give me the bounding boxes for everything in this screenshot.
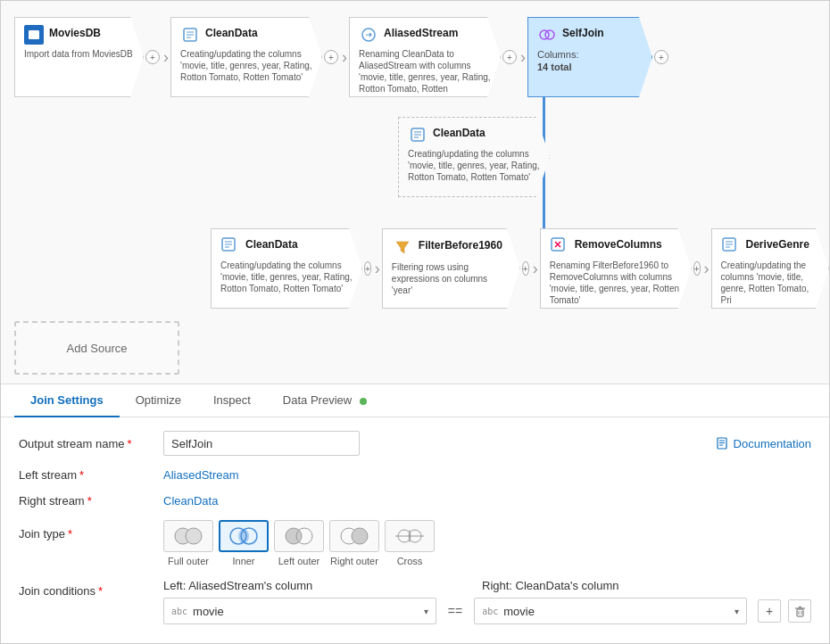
equals-sign: == (444, 604, 467, 618)
right-stream-value[interactable]: CleanData (163, 494, 218, 508)
right-column-header: Right: CleanData's column (482, 579, 751, 592)
output-stream-label: Output stream name * (19, 437, 153, 450)
node-cleandata2-desc: Creating/updating the columns 'movie, ti… (408, 148, 540, 183)
left-stream-value[interactable]: AliasedStream (163, 468, 239, 482)
doc-icon (717, 437, 729, 450)
svg-point-7 (545, 30, 554, 39)
left-column-header: Left: AliasedStream's column (163, 579, 432, 592)
aliasedstream-icon (359, 25, 378, 45)
left-column-value: movie (193, 605, 424, 618)
node-filterbefore1960-desc: Filtering rows using expressions on colu… (392, 261, 510, 296)
node-cleandata2-title: CleanData (433, 127, 486, 139)
left-stream-row: Left stream * AliasedStream (19, 468, 811, 482)
node-aliasedstream[interactable]: AliasedStream Renaming CleanData to Alia… (349, 17, 501, 97)
bottom-panel: Join Settings Optimize Inspect Data Prev… (1, 384, 829, 643)
join-type-left-outer[interactable]: Left outer (274, 520, 324, 566)
cross-icon-box (385, 520, 435, 552)
data-preview-dot (360, 398, 367, 405)
documentation-link[interactable]: Documentation (717, 437, 811, 450)
plus-row3-3[interactable]: + (693, 261, 701, 276)
node-cleandata1-title: CleanData (205, 27, 258, 39)
join-type-right-outer[interactable]: Right outer (329, 520, 379, 566)
join-type-label: Join type * (19, 520, 153, 541)
svg-marker-16 (396, 242, 409, 253)
node-cleandata3[interactable]: CleanData Creating/updating the columns … (211, 228, 362, 309)
arrow-1: › (163, 48, 169, 67)
plus-after-moviesdb[interactable]: + (145, 50, 160, 64)
cleandata1-icon (180, 25, 200, 45)
delete-condition-button[interactable] (788, 599, 811, 623)
tab-inspect[interactable]: Inspect (197, 384, 267, 417)
plus-after-cleandata1[interactable]: + (324, 50, 338, 64)
full-outer-icon-box (163, 520, 213, 552)
node-moviesdb-title: MoviesDB (49, 27, 101, 39)
join-type-full-outer[interactable]: Full outer (163, 520, 213, 566)
plus-row3-1[interactable]: + (364, 261, 371, 276)
node-moviesdb[interactable]: MoviesDB Import data from MoviesDB (14, 17, 144, 97)
right-column-select[interactable]: abc movie ▾ (474, 598, 747, 624)
join-type-cross[interactable]: Cross (385, 520, 435, 566)
left-select-arrow: ▾ (424, 607, 428, 616)
node-selfjoin-title: SelfJoin (562, 27, 604, 39)
doc-link-label: Documentation (734, 437, 811, 450)
node-derivegenre[interactable]: DeriveGenre Creating/updating the column… (711, 228, 829, 309)
tabs-bar: Join Settings Optimize Inspect Data Prev… (1, 384, 829, 417)
left-outer-icon-box (274, 520, 324, 552)
join-conditions-content: Left: AliasedStream's column Right: Clea… (163, 579, 811, 624)
delete-icon (794, 606, 806, 617)
canvas-area: MoviesDB Import data from MoviesDB + › C… (1, 1, 829, 384)
add-source-label: Add Source (67, 342, 128, 355)
node-selfjoin[interactable]: SelfJoin Columns:14 total (527, 17, 652, 97)
node-moviesdb-desc: Import data from MoviesDB (24, 48, 134, 60)
arrow-3: › (520, 48, 526, 67)
filter-icon (392, 236, 413, 258)
node-filterbefore1960-title: FilterBefore1960 (419, 239, 502, 252)
join-types-container: Full outer Inner (163, 520, 435, 566)
left-stream-label: Left stream * (19, 468, 153, 482)
tab-join-settings[interactable]: Join Settings (14, 384, 120, 417)
settings-area: Output stream name * Documentation Left … (1, 417, 829, 643)
node-filterbefore1960[interactable]: FilterBefore1960 Filtering rows using ex… (382, 228, 520, 309)
output-stream-input[interactable] (163, 431, 360, 456)
derivegenre-icon (721, 236, 741, 256)
arrow-row3-1: › (375, 260, 380, 278)
right-abc-badge: abc (482, 607, 498, 616)
cross-venn (392, 525, 427, 547)
node-cleandata1[interactable]: CleanData Creating/updating the columns … (170, 17, 322, 97)
node-derivegenre-title: DeriveGenre (746, 238, 809, 251)
node-derivegenre-desc: Creating/updating the columns 'movie, ti… (721, 260, 819, 306)
tab-optimize[interactable]: Optimize (120, 384, 197, 417)
right-select-arrow: ▾ (735, 607, 739, 616)
selfjoin-icon (537, 25, 557, 45)
plus-row3-2[interactable]: + (522, 261, 529, 276)
right-stream-row: Right stream * CleanData (19, 494, 811, 508)
plus-after-selfjoin[interactable]: + (654, 50, 668, 64)
add-condition-button[interactable]: + (758, 599, 781, 623)
node-selfjoin-desc: Columns:14 total (537, 48, 643, 74)
pipeline-row3: CleanData Creating/updating the columns … (211, 228, 829, 309)
left-column-select[interactable]: abc movie ▾ (163, 598, 436, 624)
node-cleandata3-title: CleanData (245, 238, 298, 251)
right-outer-venn (336, 525, 372, 547)
join-conditions-row: Join conditions * Left: AliasedStream's … (19, 579, 811, 624)
inner-icon-box (219, 520, 269, 552)
tab-data-preview[interactable]: Data Preview (267, 384, 383, 417)
join-conditions-label: Join conditions * (19, 579, 153, 598)
pipeline-row2: CleanData Creating/updating the columns … (398, 117, 550, 197)
moviesdb-icon (24, 25, 44, 45)
cleandata2-icon (408, 125, 427, 144)
join-type-inner[interactable]: Inner (219, 520, 269, 566)
add-source-box[interactable]: Add Source (14, 321, 179, 375)
arrow-row3-3: › (704, 260, 710, 278)
svg-rect-40 (797, 609, 803, 616)
right-outer-icon-box (329, 520, 379, 552)
node-cleandata2[interactable]: CleanData Creating/updating the columns … (398, 117, 550, 197)
plus-after-aliasedstream[interactable]: + (502, 50, 517, 64)
right-stream-label: Right stream * (19, 494, 153, 508)
node-removecolumns[interactable]: RemoveColumns Renaming FilterBefore1960 … (540, 228, 692, 309)
node-removecolumns-title: RemoveColumns (575, 238, 662, 251)
node-aliasedstream-desc: Renaming CleanData to AliasedStream with… (359, 48, 491, 95)
svg-point-29 (186, 528, 202, 544)
svg-point-35 (352, 528, 368, 544)
left-abc-badge: abc (171, 607, 187, 616)
